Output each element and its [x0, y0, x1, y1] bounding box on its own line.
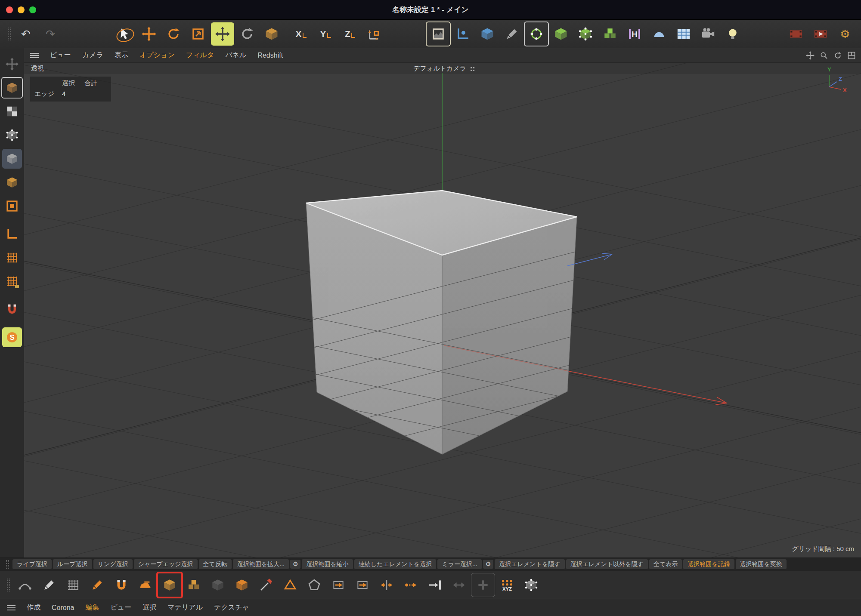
render-queue-icon[interactable] — [784, 22, 808, 46]
texture-mode-icon[interactable] — [2, 102, 22, 121]
sharp-edge-selection-button[interactable]: シャープエッジ選択 — [134, 559, 198, 569]
snap-to-edge-icon[interactable] — [423, 573, 446, 597]
generator-cube-icon[interactable] — [549, 22, 573, 46]
magnet-snap-icon[interactable] — [2, 299, 22, 319]
texture-axis-mode-icon[interactable] — [2, 196, 22, 216]
move-tool-icon[interactable] — [137, 22, 161, 46]
cube-object[interactable] — [24, 178, 861, 557]
model-mode-icon[interactable] — [2, 78, 22, 98]
transform-mode-icon[interactable] — [2, 54, 22, 74]
viewport-zoom-icon[interactable] — [818, 49, 830, 62]
grid-snap-icon[interactable] — [2, 248, 22, 268]
subdivision-surface-icon[interactable] — [525, 22, 548, 46]
undo-icon[interactable]: ↶ — [14, 22, 37, 46]
primitive-cube-icon[interactable] — [476, 22, 499, 46]
mirror-selection-button[interactable]: ミラー選択... — [437, 559, 481, 569]
free-move-tool-icon[interactable] — [211, 22, 234, 46]
vp-menu-redshift[interactable]: Redshift — [257, 52, 283, 59]
viewport-canvas[interactable] — [24, 63, 861, 557]
vp-menu-options[interactable]: オプション — [139, 51, 175, 60]
vp-menu-panel[interactable]: パネル — [225, 51, 246, 60]
edge-slide-icon[interactable] — [351, 573, 374, 597]
extrude-tool-icon[interactable] — [182, 573, 205, 597]
redo-icon[interactable]: ↷ — [39, 22, 62, 46]
viewport-toggle-icon[interactable] — [846, 49, 858, 62]
z-axis-lock-icon[interactable]: Z — [338, 22, 362, 46]
vp-menu-display[interactable]: 表示 — [115, 51, 128, 60]
axis-cube-icon[interactable] — [520, 573, 543, 597]
menu-create[interactable]: 作成 — [27, 603, 40, 612]
volume-capsule-icon[interactable] — [647, 22, 671, 46]
bevel-tool-icon[interactable] — [158, 573, 181, 597]
view-label[interactable]: 透視 — [31, 65, 44, 73]
rotate-tool-icon[interactable] — [162, 22, 185, 46]
viewport-menu-icon[interactable] — [30, 53, 39, 58]
ring-selection-button[interactable]: リング選択 — [93, 559, 133, 569]
extrude-inner-icon[interactable] — [206, 573, 229, 597]
snap-toggle-icon[interactable] — [2, 327, 22, 347]
menu-material[interactable]: マテリアル — [167, 603, 203, 612]
polygon-pen-icon[interactable] — [37, 573, 61, 597]
render-play-icon[interactable] — [809, 22, 832, 46]
move-point-icon[interactable] — [399, 573, 422, 597]
camera-icon[interactable] — [697, 22, 720, 46]
points-mode-icon[interactable] — [2, 125, 22, 145]
render-view-icon[interactable] — [427, 22, 450, 46]
edge-cut-icon[interactable] — [327, 573, 350, 597]
grid-lock-icon[interactable] — [2, 271, 22, 291]
selbar-drag-handle[interactable] — [6, 560, 9, 569]
convert-selection-button[interactable]: 選択範囲を変換 — [736, 559, 787, 569]
grow-selection-button[interactable]: 選択範囲を拡大... — [233, 559, 289, 569]
record-selection-button[interactable]: 選択範囲を記録 — [683, 559, 734, 569]
split-edges-icon[interactable] — [375, 573, 398, 597]
xyz-scale-icon[interactable] — [496, 573, 519, 597]
vp-menu-filter[interactable]: フィルタ — [186, 51, 214, 60]
polygons-mode-icon[interactable] — [2, 172, 22, 192]
render-picture-viewer-icon[interactable] — [451, 22, 474, 46]
y-axis-lock-icon[interactable]: Y — [314, 22, 337, 46]
rotate-snap-tool-icon[interactable] — [235, 22, 259, 46]
coordinate-system-icon[interactable] — [363, 22, 386, 46]
mirror-tool-icon[interactable] — [447, 573, 471, 597]
x-axis-lock-icon[interactable]: X — [289, 22, 313, 46]
shrink-selection-button[interactable]: 選択範囲を縮小 — [302, 559, 353, 569]
spline-arc-icon[interactable] — [13, 573, 37, 597]
knife-tool-icon[interactable] — [254, 573, 278, 597]
live-selection-tool-icon[interactable] — [113, 22, 136, 46]
viewport-rotate-icon[interactable] — [832, 49, 844, 62]
invert-all-button[interactable]: 全て反転 — [199, 559, 232, 569]
select-connected-button[interactable]: 連続したエレメントを選択 — [354, 559, 437, 569]
spline-pen-icon[interactable] — [500, 22, 523, 46]
sculpt-pen-icon[interactable] — [86, 573, 109, 597]
live-selection-button[interactable]: ライブ選択 — [12, 559, 52, 569]
show-all-button[interactable]: 全て表示 — [649, 559, 682, 569]
viewport-pan-icon[interactable] — [804, 49, 816, 62]
settings-gear-icon[interactable]: ⚙ — [833, 22, 857, 46]
toolbar-drag-handle[interactable] — [8, 28, 11, 40]
field-h-icon[interactable] — [623, 22, 646, 46]
axis-gizmo[interactable]: Y Z X — [823, 65, 855, 97]
camera-options-icon[interactable] — [471, 67, 472, 68]
retopo-grid-icon[interactable] — [62, 573, 85, 597]
close-polygon-hole-icon[interactable] — [303, 573, 326, 597]
hide-unselected-button[interactable]: 選択エレメント以外を隠す — [566, 559, 648, 569]
magnet-tool-icon[interactable] — [110, 573, 133, 597]
edges-mode-icon[interactable] — [2, 149, 22, 169]
plane-cut-icon[interactable] — [279, 573, 302, 597]
menu-corona[interactable]: Corona — [52, 604, 74, 612]
gear-icon[interactable]: ⚙ — [290, 560, 301, 569]
gear-icon[interactable]: ⚙ — [483, 560, 494, 569]
modeling-cube-tool-icon[interactable] — [260, 22, 283, 46]
menu-edit[interactable]: 編集 — [85, 603, 99, 612]
loop-selection-button[interactable]: ループ選択 — [53, 559, 92, 569]
menu-view[interactable]: ビュー — [110, 603, 131, 612]
menu-select[interactable]: 選択 — [142, 603, 156, 612]
scale-tool-icon[interactable] — [186, 22, 210, 46]
bottom-menu-icon[interactable] — [7, 605, 15, 610]
add-point-icon[interactable] — [471, 573, 495, 597]
vp-menu-camera[interactable]: カメラ — [82, 51, 103, 60]
viewport-3d[interactable]: 透視 デフォルトカメラ 選択 合計 エッジ 4 Y Z X グ — [24, 63, 861, 557]
modeling-toolbar-drag-handle[interactable] — [7, 579, 10, 591]
smooth-shift-icon[interactable] — [230, 573, 254, 597]
clone-cubes-icon[interactable] — [598, 22, 622, 46]
